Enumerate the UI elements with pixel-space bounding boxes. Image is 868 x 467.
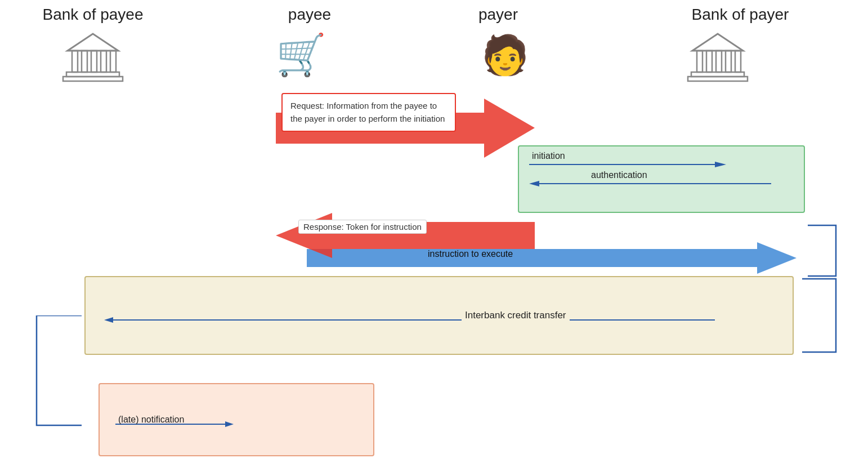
notification-label: (late) notification <box>118 415 184 425</box>
left-bracket <box>34 315 84 428</box>
svg-marker-24 <box>104 317 113 323</box>
svg-marker-26 <box>225 421 234 427</box>
svg-marker-18 <box>715 162 726 167</box>
svg-rect-9 <box>697 51 703 72</box>
response-label: Response: Token for instruction <box>298 220 427 234</box>
instruction-label: instruction to execute <box>428 249 513 259</box>
interbank-right-bracket <box>799 276 839 355</box>
diagram-container: Bank of payee payee payer Bank of payer … <box>0 0 868 467</box>
svg-rect-10 <box>706 51 712 72</box>
svg-rect-13 <box>735 51 741 72</box>
svg-rect-12 <box>726 51 731 72</box>
payer-icon: 🧑 <box>481 33 529 78</box>
bank-payee-icon <box>62 31 124 87</box>
request-label: Request: Information from the payee to t… <box>281 93 456 132</box>
svg-rect-7 <box>63 77 123 81</box>
svg-rect-3 <box>91 51 97 72</box>
interbank-label: Interbank credit transfer <box>462 309 570 322</box>
svg-marker-8 <box>692 34 743 51</box>
svg-rect-15 <box>688 77 748 81</box>
bank-of-payer-header: Bank of payer <box>675 6 805 24</box>
svg-marker-0 <box>68 34 118 51</box>
bank-payer-bracket <box>805 223 839 279</box>
bank-payer-icon <box>687 31 749 87</box>
interbank-arrow <box>104 314 715 328</box>
payee-header: payee <box>267 6 352 24</box>
bank-of-payee-header: Bank of payee <box>28 6 158 24</box>
svg-rect-4 <box>101 51 106 72</box>
svg-rect-1 <box>72 51 78 72</box>
svg-rect-5 <box>110 51 116 72</box>
svg-rect-11 <box>716 51 722 72</box>
payer-header: payer <box>456 6 540 24</box>
authentication-arrow <box>529 178 771 192</box>
authentication-label: authentication <box>591 170 647 180</box>
svg-rect-2 <box>82 51 87 72</box>
payee-icon: 🛒 <box>276 31 326 79</box>
svg-marker-20 <box>529 181 539 186</box>
initiation-label: initiation <box>532 151 565 161</box>
